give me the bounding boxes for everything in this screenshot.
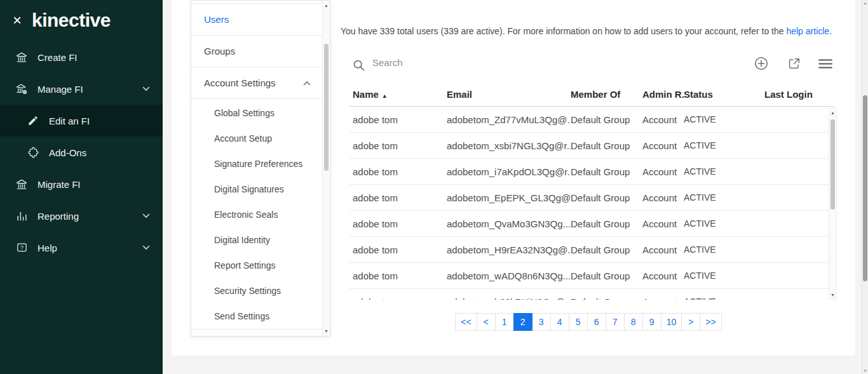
svg-text:?: ?	[20, 244, 24, 251]
pagination-page[interactable]: 2	[513, 313, 532, 331]
cell-email: adobetom_EpEPK_GL3Qg@...	[447, 192, 571, 203]
search-input[interactable]	[372, 57, 550, 68]
cell-admin-role: Account	[642, 270, 684, 281]
pagination-first[interactable]: <<	[455, 313, 477, 331]
pagination-page[interactable]: 5	[569, 313, 588, 331]
table-row[interactable]: adobe tom adobetom_xsbi7NGL3Qg@r... Defa…	[349, 133, 835, 159]
pagination-page[interactable]: 7	[606, 313, 625, 331]
table-row[interactable]: adobe tom adobetom_H9rEA32N3Qg@... Defau…	[349, 237, 835, 263]
settings-subnav-item[interactable]: Account Setup	[191, 126, 322, 151]
cell-admin-role: Account	[642, 114, 684, 125]
scroll-up-icon[interactable]: ▲	[829, 110, 836, 115]
cell-email: adobetom_H9rEA32N3Qg@...	[447, 244, 571, 255]
search-icon	[352, 58, 365, 74]
table-row[interactable]: adobe tom adobetom_Zd77vMuL3Qg@... Defau…	[349, 107, 835, 133]
cell-member-of: Default Group	[571, 140, 642, 151]
pagination-page[interactable]: 9	[642, 313, 661, 331]
column-header-status[interactable]: Status	[684, 89, 764, 100]
add-user-button[interactable]	[754, 56, 769, 71]
brand-logo: kinective	[32, 10, 111, 31]
pencil-icon	[27, 114, 39, 127]
column-header-email[interactable]: Email	[447, 89, 571, 100]
pagination-next[interactable]: >	[681, 313, 700, 331]
cell-status: ACTIVE	[684, 140, 764, 150]
settings-subnav-item[interactable]: Digital Identity	[191, 227, 322, 253]
export-button[interactable]	[787, 57, 801, 70]
sidebar-item-reporting[interactable]: Reporting	[0, 200, 163, 232]
page-scrollbar[interactable]: ▲ ▼	[862, 0, 868, 374]
bank-icon	[15, 51, 28, 63]
close-icon[interactable]: ×	[13, 13, 22, 28]
sidebar-item-label: Edit an FI	[49, 116, 90, 126]
settings-nav-groups[interactable]: Groups	[191, 36, 322, 67]
settings-subnav-item[interactable]: Security Settings	[191, 278, 322, 304]
sidebar-item-label: Help	[37, 243, 57, 253]
column-header-member-of[interactable]: Member Of	[571, 89, 642, 100]
column-header-admin-role[interactable]: Admin R...	[642, 89, 684, 100]
settings-panel-scrollbar[interactable]: ▲ ▼	[322, 1, 330, 336]
sidebar-item-migrate-fi[interactable]: Migrate FI	[0, 168, 163, 200]
settings-nav-users[interactable]: Users	[191, 4, 322, 36]
page-scrollbar-thumb[interactable]	[863, 95, 867, 281]
scroll-down-icon[interactable]: ▼	[862, 369, 868, 373]
settings-nav-account-settings[interactable]: Account Settings	[191, 67, 322, 99]
table-row[interactable]: adobe tom adobetom_h60kPHiN3Qg@... Defau…	[349, 289, 835, 300]
table-row[interactable]: adobe tom adobetom_wADQ8n6N3Qg... Defaul…	[349, 263, 835, 289]
table-scrollbar[interactable]: ▲ ▼	[829, 108, 837, 300]
cell-admin-role: Account	[642, 192, 684, 203]
column-header-last-login[interactable]: Last Login	[764, 89, 825, 100]
settings-nav-list: Users Groups Account Settings	[191, 3, 322, 99]
pagination-prev[interactable]: <	[477, 313, 496, 331]
cell-admin-role: Account	[642, 244, 684, 255]
scroll-down-icon[interactable]: ▼	[323, 329, 330, 333]
chevron-up-icon	[303, 81, 311, 86]
settings-subnav-item[interactable]: Electronic Seals	[191, 202, 322, 227]
table-row[interactable]: adobe tom adobetom_QvaMo3GN3Qg... Defaul…	[349, 211, 835, 237]
pagination-page[interactable]: 8	[624, 313, 643, 331]
settings-subnav-item[interactable]: Global Settings	[191, 100, 322, 126]
cell-status: ACTIVE	[684, 166, 764, 177]
scroll-up-icon[interactable]: ▲	[323, 3, 330, 8]
sidebar-item-label: Reporting	[37, 211, 79, 222]
table-row[interactable]: adobe tom adobetom_i7aKpdOL3Qg@r... Defa…	[349, 159, 835, 185]
sidebar-item-create-fi[interactable]: Create FI	[0, 41, 163, 73]
table-scrollbar-thumb[interactable]	[831, 119, 835, 210]
cell-status: ACTIVE	[684, 114, 764, 124]
cell-name: adobe tom	[353, 140, 447, 151]
sidebar-item-add-ons[interactable]: Add-Ons	[0, 137, 163, 168]
table-row[interactable]: adobe tom adobetom_EpEPK_GL3Qg@... Defau…	[349, 185, 835, 211]
cell-member-of: Default Group	[571, 114, 642, 125]
pagination-page[interactable]: 3	[532, 313, 551, 331]
more-options-button[interactable]	[818, 59, 832, 69]
sort-asc-icon: ▲	[382, 93, 388, 99]
settings-panel: Users Groups Account Settings Global Set…	[191, 0, 330, 337]
settings-nav-label: Users	[204, 14, 229, 25]
scroll-up-icon[interactable]: ▲	[862, 1, 868, 5]
cell-name: adobe tom	[353, 218, 447, 229]
pagination-last[interactable]: >>	[700, 313, 721, 331]
column-label: Name	[353, 89, 379, 100]
cell-member-of: Default Group	[571, 297, 642, 300]
scroll-down-icon[interactable]: ▼	[829, 293, 836, 297]
add-ons-icon	[27, 146, 39, 159]
pagination-page[interactable]: 4	[550, 313, 569, 331]
pagination-page[interactable]: 1	[495, 313, 514, 331]
sidebar-item-edit-an-fi[interactable]: Edit an FI	[0, 105, 163, 137]
pagination-page[interactable]: 6	[587, 313, 606, 331]
account-settings-sublist: Global SettingsAccount SetupSignature Pr…	[191, 99, 322, 330]
brand-header: × kinective	[0, 0, 163, 41]
cell-status: ACTIVE	[684, 244, 764, 255]
help-article-link[interactable]: help article.	[786, 26, 832, 36]
pagination-page[interactable]: 10	[661, 313, 682, 331]
settings-subnav-item[interactable]: Report Settings	[191, 253, 322, 278]
sidebar-item-manage-fi[interactable]: Manage FI	[0, 73, 163, 105]
cell-name: adobe tom	[353, 192, 447, 203]
settings-subnav-item[interactable]: Send Settings	[191, 304, 322, 329]
settings-scrollbar-thumb[interactable]	[324, 44, 329, 171]
settings-subnav-item[interactable]: Signature Preferences	[191, 151, 322, 177]
sidebar-item-help[interactable]: ? Help	[0, 232, 163, 264]
column-header-name[interactable]: Name▲	[353, 89, 447, 100]
help-icon: ?	[15, 241, 28, 254]
chevron-down-icon	[142, 213, 150, 218]
settings-subnav-item[interactable]: Digital Signatures	[191, 177, 322, 202]
